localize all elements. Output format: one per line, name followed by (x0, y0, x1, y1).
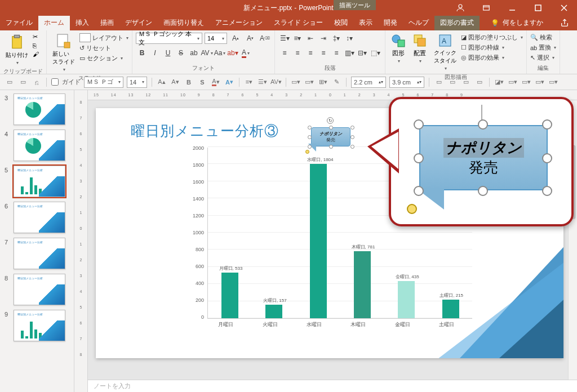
resize-handle[interactable] (350, 135, 354, 139)
qat-misc-icon[interactable]: ▭ (474, 77, 485, 87)
resize-handle[interactable] (478, 186, 488, 196)
thumbnail-row[interactable]: 5曜日別メニュー分析 (5, 166, 74, 197)
italic-button[interactable]: I (149, 47, 161, 59)
tab-home[interactable]: ホーム (38, 15, 70, 30)
qat-layer2-icon[interactable]: ▭▾ (304, 77, 314, 87)
user-account-icon[interactable] (447, 0, 473, 16)
qat-icon[interactable]: ⎌ (32, 77, 42, 87)
qat-shadow-icon[interactable]: S (197, 77, 207, 87)
resize-handle[interactable] (542, 119, 552, 130)
qat-misc-icon[interactable]: ▭ (461, 77, 471, 87)
resize-handle[interactable] (542, 186, 552, 196)
resize-handle[interactable] (350, 126, 354, 130)
guide-checkbox[interactable] (51, 78, 59, 86)
text-direction-button[interactable]: ↕▾ (343, 32, 356, 44)
resize-handle[interactable] (542, 153, 552, 163)
strikethrough-button[interactable]: S (175, 47, 187, 59)
resize-handle[interactable] (414, 153, 424, 163)
resize-handle[interactable] (329, 126, 333, 130)
cut-icon[interactable]: ✂ (33, 33, 39, 41)
qat-spacing-icon[interactable]: AV▾ (271, 77, 281, 87)
distributed-button[interactable]: ≡ (330, 47, 343, 59)
clear-format-icon[interactable]: A⌫ (259, 32, 271, 44)
qat-align2-icon[interactable]: ⊞▾ (318, 77, 328, 87)
shadow-button[interactable]: ab (188, 47, 200, 59)
tab-help[interactable]: ヘルプ (403, 15, 434, 30)
qat-layer-icon[interactable]: ▭▾ (291, 77, 301, 87)
align-right-button[interactable]: ≡ (304, 47, 317, 59)
qat-misc-icon[interactable]: ▭ (434, 77, 444, 87)
quick-styles-button[interactable]: A クイック スタイル▾ (432, 32, 459, 72)
replace-button[interactable]: ab置換▾ (530, 43, 556, 52)
qat-misc-icon[interactable]: ▭▾ (521, 77, 531, 87)
qat-align-icon[interactable]: ≡▾ (244, 77, 254, 87)
paste-button[interactable]: 貼り付け ▾ (3, 32, 30, 66)
bullets-button[interactable]: ☰▾ (278, 32, 291, 44)
thumbnail-row[interactable]: 9曜日別メニュー分析 (5, 310, 74, 341)
highlight-button[interactable]: ab▾ (227, 47, 239, 59)
slide-title[interactable]: 曜日別メニュー分析③ (131, 122, 279, 140)
columns-button[interactable]: ▥▾ (343, 47, 356, 59)
notes-pane[interactable]: ノートを入力 (88, 380, 577, 392)
qat-misc-icon[interactable]: ▭▾ (535, 77, 545, 87)
qat-misc-icon[interactable]: ▭▾ (548, 77, 558, 87)
align-text-button[interactable]: ⊟▾ (356, 47, 369, 59)
qat-fontcolor-icon[interactable]: A▾ (211, 77, 221, 87)
shape-fill-button[interactable]: ◪図形の塗りつぶし▾ (461, 33, 523, 42)
shape-height-input[interactable]: 2.2 cm▴▾ (351, 77, 386, 88)
indent-dec-button[interactable]: ⇤ (304, 32, 317, 44)
tab-shape-format[interactable]: 図形の書式 (434, 15, 480, 30)
resize-handle[interactable] (478, 119, 488, 130)
qat-misc-icon[interactable]: ◪▾ (494, 77, 504, 87)
tab-file[interactable]: ファイル (0, 15, 38, 30)
new-slide-button[interactable]: 新しい スライド ▾ (50, 32, 77, 73)
font-color-button[interactable]: A▾ (239, 47, 252, 59)
tab-transitions[interactable]: 画面切り替え (158, 15, 210, 30)
qat-font-name[interactable]: ＭＳ Ｐゴ▾ (84, 77, 123, 88)
resize-handle[interactable] (308, 135, 312, 139)
thumbnail-row[interactable]: 4曜日別メニュー分析 (5, 130, 74, 161)
qat-texteffect-icon[interactable]: A▾ (224, 77, 234, 87)
qat-bold-icon[interactable]: B (184, 77, 194, 87)
shapes-button[interactable]: 図形▾ (389, 32, 408, 65)
format-painter-icon[interactable]: 🖌 (33, 51, 39, 57)
minimize-icon[interactable] (499, 0, 525, 16)
numbering-button[interactable]: ≡▾ (291, 32, 304, 44)
close-icon[interactable] (551, 0, 577, 16)
qat-font-size[interactable]: 14▾ (127, 77, 147, 88)
share-button[interactable] (552, 16, 577, 30)
reset-button[interactable]: ↺リセット (79, 44, 128, 52)
arrange-button[interactable]: 配置▾ (410, 32, 429, 65)
line-spacing-button[interactable]: ‡▾ (330, 32, 343, 44)
tab-view[interactable]: 表示 (353, 15, 378, 30)
thumbnail-row[interactable]: 7曜日別メニュー分析 (5, 238, 74, 269)
ribbon-display-options-icon[interactable] (473, 0, 499, 16)
tab-developer[interactable]: 開発 (378, 15, 403, 30)
qat-grow-font-icon[interactable]: A▴ (157, 77, 167, 87)
qat-shrink-font-icon[interactable]: A▾ (170, 77, 180, 87)
qat-dropper-icon[interactable]: ✎ (331, 77, 341, 87)
tab-animations[interactable]: アニメーション (210, 15, 268, 30)
tab-review[interactable]: 校閲 (329, 15, 353, 30)
tab-insert[interactable]: 挿入 (70, 15, 95, 30)
increase-font-icon[interactable]: A▴ (229, 32, 242, 44)
resize-handle[interactable] (329, 145, 333, 149)
align-left-button[interactable]: ≡ (278, 47, 291, 59)
resize-handle[interactable] (308, 126, 312, 130)
decrease-font-icon[interactable]: A▾ (244, 32, 256, 44)
resize-handle[interactable] (308, 145, 312, 149)
thumbnail-row[interactable]: 3曜日別メニュー分析 (5, 93, 74, 125)
indent-inc-button[interactable]: ⇥ (317, 32, 330, 44)
rotate-handle-icon[interactable]: ↻ (327, 117, 334, 124)
thumbnail-row[interactable]: 6曜日別メニュー分析 (5, 202, 74, 233)
qat-icon[interactable]: ▭ (18, 77, 28, 87)
select-button[interactable]: ↖選択▾ (530, 54, 556, 62)
resize-handle[interactable] (350, 145, 354, 149)
copy-icon[interactable]: ⎘ (33, 42, 39, 49)
align-center-button[interactable]: ≡ (291, 47, 304, 59)
tab-slideshow[interactable]: スライド ショー (268, 15, 329, 30)
smartart-button[interactable]: ⬚▾ (369, 47, 381, 59)
bold-button[interactable]: B (136, 47, 148, 59)
font-name-select[interactable]: ＭＳ Ｐゴシック 本文▾ (136, 33, 202, 44)
underline-button[interactable]: U (162, 47, 174, 59)
